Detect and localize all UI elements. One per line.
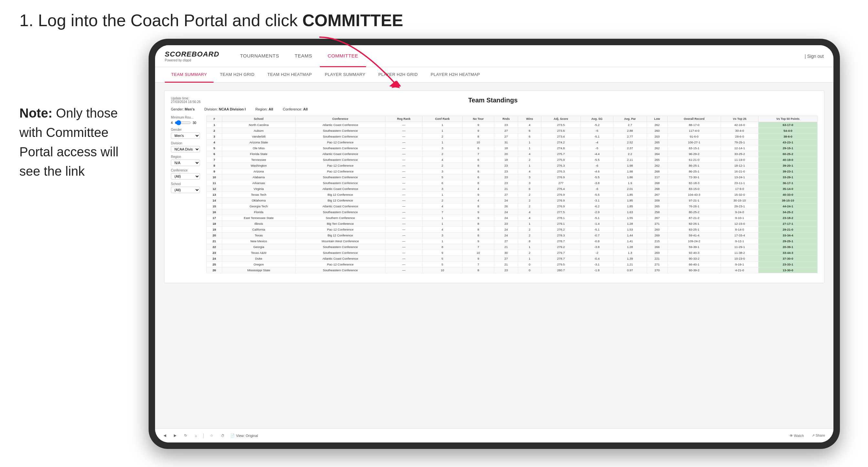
table-cell: 83-15-0 [668, 186, 721, 192]
table-cell: -5 [581, 145, 614, 151]
nav-tournaments[interactable]: TOURNAMENTS [232, 45, 287, 67]
col-vs-top25: Vs Top 25 [721, 116, 758, 122]
table-cell: -3.8 [581, 244, 614, 250]
min-rounds-label: Minimum Rou... [171, 116, 200, 119]
table-cell: 4 [518, 209, 541, 215]
update-time: 27/03/2024 16:56:26 [171, 100, 200, 104]
sub-nav-team-h2h-heatmap[interactable]: TEAM H2H HEATMAP [261, 67, 318, 83]
table-cell: 7 [207, 157, 222, 163]
table-cell: 79-25-1 [721, 139, 758, 145]
table-container: # School Conference Reg Rank Conf Rank N… [207, 116, 817, 273]
table-row: 25OregonPac-12 Conference—57210279.5-3.1… [207, 261, 817, 268]
table-cell: 1.44 [613, 232, 647, 238]
division-select[interactable]: NCAA Division I [171, 146, 200, 152]
min-rounds-filter: Minimum Rou... 4 30 [171, 116, 200, 125]
table-cell: 278.1 [541, 215, 581, 221]
school-select[interactable]: (All) [171, 187, 200, 193]
sub-nav-player-h2h-grid[interactable]: PLAYER H2H GRID [372, 67, 424, 83]
toolbar-forward[interactable]: ▶ [172, 433, 178, 438]
table-cell: 2 [518, 250, 541, 256]
table-cell: Southeastern Conference [296, 244, 385, 250]
sign-out-button[interactable]: | Sign out [805, 54, 824, 59]
school-select-label: School [171, 182, 200, 186]
table-row: 26Mississippi StateSoutheastern Conferen… [207, 268, 817, 273]
table-cell: 3 [423, 168, 462, 175]
table-cell: 4 [423, 204, 462, 209]
table-cell: 8 [462, 221, 494, 227]
toolbar-reload[interactable]: ↻ [182, 433, 189, 438]
table-cell: 274.2 [541, 139, 581, 145]
table-cell: 97-21-1 [668, 198, 721, 204]
table-cell: -0.7 [581, 232, 614, 238]
region-select-group: Region N/A [171, 155, 200, 166]
table-cell: 23 [494, 168, 518, 175]
table-cell: -3.1 [581, 198, 614, 204]
nav-committee[interactable]: COMMITTEE [320, 45, 366, 67]
table-cell: 39-23-1 [758, 168, 817, 175]
table-cell: -5.5 [581, 175, 614, 180]
table-cell: 6 [462, 175, 494, 180]
sub-nav-player-summary[interactable]: PLAYER SUMMARY [318, 67, 372, 83]
table-cell: North Carolina [222, 122, 296, 128]
view-original-btn[interactable]: 📄 View: Original [230, 433, 258, 438]
table-cell: 87-21-2 [668, 215, 721, 221]
toolbar-share[interactable]: ↗ Share [810, 433, 827, 438]
table-cell: — [385, 175, 423, 180]
table-cell: 2.52 [613, 139, 647, 145]
table-cell: — [385, 145, 423, 151]
table-cell: 9-10-1 [721, 215, 758, 221]
sub-nav-team-h2h-grid[interactable]: TEAM H2H GRID [214, 67, 261, 83]
table-cell: 265 [647, 157, 668, 163]
table-row: 15Georgia TechAtlantic Coast Conference—… [207, 204, 817, 209]
table-cell: 59-39-1 [668, 244, 721, 250]
min-rounds-input[interactable] [175, 120, 191, 125]
toolbar-bookmark[interactable]: ☆ [208, 433, 215, 438]
table-cell: — [385, 128, 423, 134]
toolbar-back[interactable]: ◀ [161, 433, 168, 438]
table-cell: 262 [647, 163, 668, 168]
nav-teams[interactable]: TEAMS [287, 45, 320, 67]
toolbar-watch[interactable]: 👁 Watch [787, 433, 806, 438]
table-cell: 16-21-0 [721, 168, 758, 175]
conference-select[interactable]: (All) [171, 173, 200, 180]
table-cell: 21 [494, 261, 518, 268]
table-row: 12VirginiaAtlantic Coast Conference—3421… [207, 186, 817, 192]
table-cell: 27 [494, 128, 518, 134]
table-cell: 90-33-2 [668, 256, 721, 261]
table-cell: 29-15-1 [758, 145, 817, 151]
table-cell: 273.5 [541, 122, 581, 128]
toolbar-home[interactable]: ⌂ [193, 433, 199, 438]
sub-nav-player-h2h-heatmap[interactable]: PLAYER H2H HEATMAP [424, 67, 487, 83]
table-cell: 22 [207, 244, 222, 250]
table-cell: -5.5 [581, 192, 614, 198]
table-cell: -5.5 [581, 157, 614, 163]
toolbar-clock[interactable]: ⏱ [219, 433, 226, 438]
table-cell: 10 [462, 250, 494, 256]
table-cell: 23 [494, 163, 518, 168]
table-cell: 2 [423, 151, 462, 157]
table-cell: -6 [581, 186, 614, 192]
table-cell: 3 [518, 175, 541, 180]
table-cell: 1.9 [613, 180, 647, 186]
gender-select[interactable]: Men's [171, 132, 200, 139]
table-cell: 1 [423, 128, 462, 134]
sub-nav-team-summary[interactable]: TEAM SUMMARY [165, 67, 214, 83]
table-cell: 0.97 [613, 268, 647, 273]
main-content: Update time: 27/03/2024 16:56:26 Team St… [155, 83, 833, 428]
table-cell: 4 [462, 198, 494, 204]
table-cell: 0 [518, 261, 541, 268]
table-cell: -5.1 [581, 134, 614, 139]
region-select[interactable]: N/A [171, 160, 200, 166]
table-cell: Atlantic Coast Conference [296, 122, 385, 128]
table-cell: 0 [518, 268, 541, 273]
table-cell: 15 [207, 204, 222, 209]
table-cell: 221 [647, 256, 668, 261]
table-cell: Arizona [222, 168, 296, 175]
table-cell: Texas [222, 232, 296, 238]
col-avg-sg: Avg. SG [581, 116, 614, 122]
table-cell: 2.37 [613, 145, 647, 151]
table-cell: 277 [541, 180, 581, 186]
table-cell: 7 [423, 209, 462, 215]
table-row: 18IllinoisBig Ten Conference—18231279.1-… [207, 221, 817, 227]
table-cell: 1.85 [613, 204, 647, 209]
